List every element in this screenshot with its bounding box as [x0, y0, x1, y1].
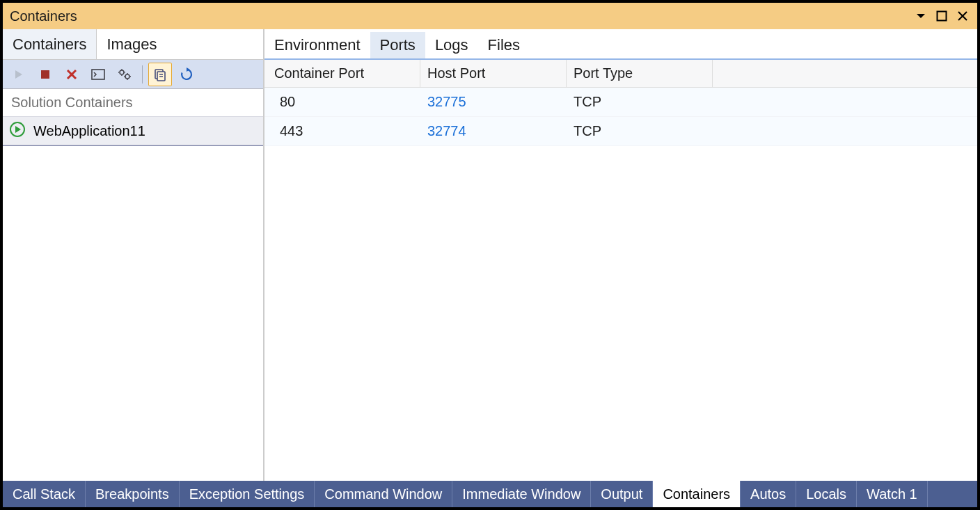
window-title: Containers	[3, 8, 77, 24]
tab-containers[interactable]: Containers	[3, 29, 97, 59]
bottom-tab-output[interactable]: Output	[591, 481, 653, 507]
cell-port-type: TCP	[567, 117, 713, 145]
solution-containers-header: Solution Containers	[3, 89, 263, 116]
tab-ports[interactable]: Ports	[370, 32, 425, 58]
cell-container-port: 80	[264, 88, 420, 116]
refresh-button[interactable]	[175, 63, 198, 86]
settings-button[interactable]	[113, 63, 136, 86]
tab-files[interactable]: Files	[478, 32, 530, 58]
tab-images[interactable]: Images	[97, 29, 166, 59]
bottom-tabstrip: Call StackBreakpointsException SettingsC…	[3, 481, 977, 507]
start-button[interactable]	[7, 63, 31, 86]
bottom-tab-command-window[interactable]: Command Window	[315, 481, 452, 507]
ports-table: Container Port Host Port Port Type 80327…	[264, 60, 977, 146]
container-item[interactable]: WebApplication11	[3, 116, 263, 145]
cell-host-port[interactable]: 32774	[420, 117, 567, 145]
remove-button[interactable]	[60, 63, 84, 86]
bottom-tab-autos[interactable]: Autos	[741, 481, 796, 507]
bottom-tab-immediate-window[interactable]: Immediate Window	[452, 481, 591, 507]
bottom-tab-call-stack[interactable]: Call Stack	[3, 481, 86, 507]
table-row[interactable]: 8032775TCP	[264, 88, 977, 117]
left-panel: Containers Images	[3, 29, 264, 481]
right-panel: Environment Ports Logs Files Container P…	[264, 29, 977, 481]
bottom-tab-breakpoints[interactable]: Breakpoints	[86, 481, 180, 507]
window-options-button[interactable]	[910, 3, 931, 29]
svg-rect-0	[938, 12, 947, 21]
window-frame: Containers Containers Images	[3, 3, 977, 507]
svg-rect-2	[92, 70, 104, 79]
col-host-port[interactable]: Host Port	[420, 60, 567, 87]
col-container-port[interactable]: Container Port	[264, 60, 420, 87]
table-row[interactable]: 44332774TCP	[264, 117, 977, 146]
cell-port-type: TCP	[567, 88, 713, 116]
titlebar: Containers	[3, 3, 977, 29]
container-name: WebApplication11	[33, 123, 145, 139]
close-button[interactable]	[952, 3, 973, 29]
svg-point-3	[120, 70, 124, 74]
toolbar-separator	[142, 65, 143, 83]
svg-rect-1	[41, 70, 49, 79]
col-port-type[interactable]: Port Type	[567, 60, 713, 87]
cell-container-port: 443	[264, 117, 420, 145]
svg-point-4	[125, 74, 129, 79]
bottom-tab-watch-1[interactable]: Watch 1	[857, 481, 928, 507]
bottom-tab-exception-settings[interactable]: Exception Settings	[180, 481, 315, 507]
run-icon	[10, 122, 25, 141]
detail-tabs: Environment Ports Logs Files	[264, 29, 977, 60]
maximize-button[interactable]	[931, 3, 952, 29]
terminal-button[interactable]	[86, 63, 110, 86]
bottom-tab-locals[interactable]: Locals	[796, 481, 857, 507]
stop-button[interactable]	[33, 63, 57, 86]
left-toolbar	[3, 60, 263, 89]
copy-button[interactable]	[148, 63, 172, 86]
bottom-tab-containers[interactable]: Containers	[653, 481, 741, 507]
tab-logs[interactable]: Logs	[425, 32, 478, 58]
tab-environment[interactable]: Environment	[264, 32, 370, 58]
cell-host-port[interactable]: 32775	[420, 88, 567, 116]
table-header: Container Port Host Port Port Type	[264, 60, 977, 88]
left-tabs: Containers Images	[3, 29, 263, 60]
